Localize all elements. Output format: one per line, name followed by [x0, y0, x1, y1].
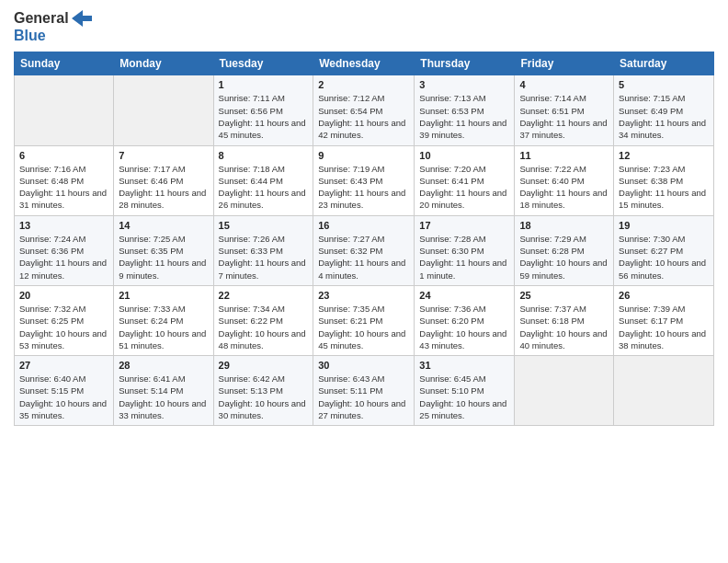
calendar-table: SundayMondayTuesdayWednesdayThursdayFrid…	[14, 52, 714, 426]
day-info: Sunrise: 6:41 AM Sunset: 5:14 PM Dayligh…	[119, 373, 208, 421]
calendar-cell: 10Sunrise: 7:20 AM Sunset: 6:41 PM Dayli…	[415, 145, 515, 215]
logo-arrow-icon	[72, 10, 92, 27]
day-info: Sunrise: 7:13 AM Sunset: 6:53 PM Dayligh…	[419, 92, 509, 141]
day-of-week-tuesday: Tuesday	[213, 52, 313, 75]
calendar-cell: 15Sunrise: 7:26 AM Sunset: 6:33 PM Dayli…	[213, 215, 313, 285]
day-info: Sunrise: 6:45 AM Sunset: 5:10 PM Dayligh…	[419, 373, 509, 421]
day-number: 8	[219, 150, 309, 161]
calendar-cell: 2Sunrise: 7:12 AM Sunset: 6:54 PM Daylig…	[313, 75, 415, 145]
calendar-cell	[614, 356, 714, 426]
day-info: Sunrise: 7:34 AM Sunset: 6:22 PM Dayligh…	[219, 303, 309, 351]
calendar-cell: 27Sunrise: 6:40 AM Sunset: 5:15 PM Dayli…	[15, 356, 114, 426]
day-info: Sunrise: 7:16 AM Sunset: 6:48 PM Dayligh…	[19, 163, 108, 212]
day-number: 29	[219, 360, 309, 371]
calendar-cell: 14Sunrise: 7:25 AM Sunset: 6:35 PM Dayli…	[114, 215, 213, 285]
day-number: 5	[619, 79, 709, 90]
calendar-cell: 13Sunrise: 7:24 AM Sunset: 6:36 PM Dayli…	[15, 215, 114, 285]
day-info: Sunrise: 7:30 AM Sunset: 6:27 PM Dayligh…	[619, 233, 709, 282]
calendar-cell	[114, 75, 213, 145]
day-number: 18	[519, 220, 609, 231]
calendar-cell: 19Sunrise: 7:30 AM Sunset: 6:27 PM Dayli…	[614, 215, 714, 285]
calendar-cell	[15, 75, 114, 145]
day-info: Sunrise: 7:35 AM Sunset: 6:21 PM Dayligh…	[318, 303, 409, 351]
day-info: Sunrise: 7:33 AM Sunset: 6:24 PM Dayligh…	[119, 303, 208, 351]
day-number: 7	[119, 150, 208, 161]
calendar-cell: 3Sunrise: 7:13 AM Sunset: 6:53 PM Daylig…	[415, 75, 515, 145]
day-info: Sunrise: 7:27 AM Sunset: 6:32 PM Dayligh…	[318, 233, 409, 282]
day-number: 2	[318, 79, 409, 90]
day-number: 20	[19, 290, 108, 301]
calendar-cell: 25Sunrise: 7:37 AM Sunset: 6:18 PM Dayli…	[515, 285, 614, 355]
day-info: Sunrise: 7:24 AM Sunset: 6:36 PM Dayligh…	[19, 233, 108, 282]
page-header: General Blue	[14, 9, 714, 44]
day-info: Sunrise: 7:29 AM Sunset: 6:28 PM Dayligh…	[519, 233, 609, 282]
calendar-cell: 29Sunrise: 6:42 AM Sunset: 5:13 PM Dayli…	[213, 356, 313, 426]
day-info: Sunrise: 7:23 AM Sunset: 6:38 PM Dayligh…	[619, 163, 709, 212]
day-number: 10	[419, 150, 509, 161]
day-number: 28	[119, 360, 208, 371]
calendar-cell: 1Sunrise: 7:11 AM Sunset: 6:56 PM Daylig…	[213, 75, 313, 145]
day-number: 15	[219, 220, 309, 231]
day-number: 21	[119, 290, 208, 301]
calendar-cell: 5Sunrise: 7:15 AM Sunset: 6:49 PM Daylig…	[614, 75, 714, 145]
calendar-cell: 8Sunrise: 7:18 AM Sunset: 6:44 PM Daylig…	[213, 145, 313, 215]
day-number: 14	[119, 220, 208, 231]
day-number: 12	[619, 150, 709, 161]
day-number: 30	[318, 360, 409, 371]
calendar-cell: 16Sunrise: 7:27 AM Sunset: 6:32 PM Dayli…	[313, 215, 415, 285]
calendar-cell: 17Sunrise: 7:28 AM Sunset: 6:30 PM Dayli…	[415, 215, 515, 285]
calendar-cell: 6Sunrise: 7:16 AM Sunset: 6:48 PM Daylig…	[15, 145, 114, 215]
day-number: 24	[419, 290, 509, 301]
day-info: Sunrise: 7:32 AM Sunset: 6:25 PM Dayligh…	[19, 303, 108, 351]
day-info: Sunrise: 7:18 AM Sunset: 6:44 PM Dayligh…	[219, 163, 309, 212]
calendar-cell: 22Sunrise: 7:34 AM Sunset: 6:22 PM Dayli…	[213, 285, 313, 355]
day-of-week-wednesday: Wednesday	[313, 52, 415, 75]
day-of-week-friday: Friday	[515, 52, 614, 75]
day-info: Sunrise: 7:17 AM Sunset: 6:46 PM Dayligh…	[119, 163, 208, 212]
week-row-4: 20Sunrise: 7:32 AM Sunset: 6:25 PM Dayli…	[15, 285, 714, 355]
logo-general: General	[14, 9, 69, 27]
day-number: 1	[219, 79, 309, 90]
day-number: 11	[519, 150, 609, 161]
day-info: Sunrise: 7:26 AM Sunset: 6:33 PM Dayligh…	[219, 233, 309, 282]
logo-blue: Blue	[14, 27, 46, 44]
calendar-cell: 18Sunrise: 7:29 AM Sunset: 6:28 PM Dayli…	[515, 215, 614, 285]
day-info: Sunrise: 6:42 AM Sunset: 5:13 PM Dayligh…	[219, 373, 309, 421]
day-of-week-saturday: Saturday	[614, 52, 714, 75]
calendar-cell: 21Sunrise: 7:33 AM Sunset: 6:24 PM Dayli…	[114, 285, 213, 355]
calendar-cell: 11Sunrise: 7:22 AM Sunset: 6:40 PM Dayli…	[515, 145, 614, 215]
calendar-cell: 7Sunrise: 7:17 AM Sunset: 6:46 PM Daylig…	[114, 145, 213, 215]
week-row-5: 27Sunrise: 6:40 AM Sunset: 5:15 PM Dayli…	[15, 356, 714, 426]
day-info: Sunrise: 7:39 AM Sunset: 6:17 PM Dayligh…	[619, 303, 709, 351]
day-info: Sunrise: 7:12 AM Sunset: 6:54 PM Dayligh…	[318, 92, 409, 141]
logo: General Blue	[14, 9, 92, 44]
day-info: Sunrise: 7:11 AM Sunset: 6:56 PM Dayligh…	[219, 92, 309, 141]
day-of-week-thursday: Thursday	[415, 52, 515, 75]
day-number: 22	[219, 290, 309, 301]
day-number: 25	[519, 290, 609, 301]
calendar-header-row: SundayMondayTuesdayWednesdayThursdayFrid…	[15, 52, 714, 75]
calendar-cell: 28Sunrise: 6:41 AM Sunset: 5:14 PM Dayli…	[114, 356, 213, 426]
day-info: Sunrise: 7:22 AM Sunset: 6:40 PM Dayligh…	[519, 163, 609, 212]
day-info: Sunrise: 7:37 AM Sunset: 6:18 PM Dayligh…	[519, 303, 609, 351]
calendar-cell: 23Sunrise: 7:35 AM Sunset: 6:21 PM Dayli…	[313, 285, 415, 355]
day-info: Sunrise: 7:25 AM Sunset: 6:35 PM Dayligh…	[119, 233, 208, 282]
calendar-cell: 4Sunrise: 7:14 AM Sunset: 6:51 PM Daylig…	[515, 75, 614, 145]
calendar-cell: 24Sunrise: 7:36 AM Sunset: 6:20 PM Dayli…	[415, 285, 515, 355]
day-number: 27	[19, 360, 108, 371]
day-number: 17	[419, 220, 509, 231]
week-row-3: 13Sunrise: 7:24 AM Sunset: 6:36 PM Dayli…	[15, 215, 714, 285]
day-of-week-sunday: Sunday	[15, 52, 114, 75]
day-number: 3	[419, 79, 509, 90]
day-info: Sunrise: 6:43 AM Sunset: 5:11 PM Dayligh…	[318, 373, 409, 421]
svg-marker-0	[72, 10, 92, 27]
week-row-2: 6Sunrise: 7:16 AM Sunset: 6:48 PM Daylig…	[15, 145, 714, 215]
calendar-cell: 31Sunrise: 6:45 AM Sunset: 5:10 PM Dayli…	[415, 356, 515, 426]
day-info: Sunrise: 6:40 AM Sunset: 5:15 PM Dayligh…	[19, 373, 108, 421]
calendar-cell: 30Sunrise: 6:43 AM Sunset: 5:11 PM Dayli…	[313, 356, 415, 426]
day-of-week-monday: Monday	[114, 52, 213, 75]
calendar-cell	[515, 356, 614, 426]
day-number: 13	[19, 220, 108, 231]
day-info: Sunrise: 7:20 AM Sunset: 6:41 PM Dayligh…	[419, 163, 509, 212]
day-info: Sunrise: 7:28 AM Sunset: 6:30 PM Dayligh…	[419, 233, 509, 282]
